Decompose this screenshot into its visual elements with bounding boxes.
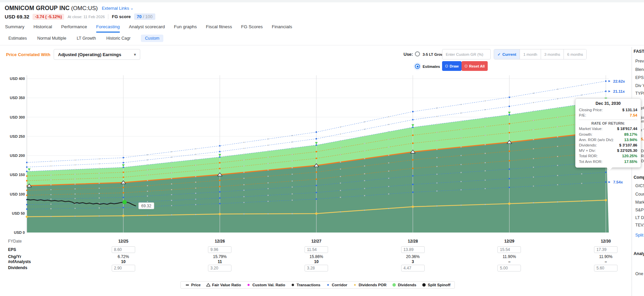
tooltip-row-total-ror: Total ROR:120.25% <box>579 153 637 159</box>
quarter-dot <box>171 151 172 152</box>
sidebar-item-type: TYPE <box>635 91 644 96</box>
multiple-label-21-11x: 21.11x <box>613 89 625 93</box>
tooltip-row-label: Growth: <box>579 132 592 137</box>
quarter-dot <box>557 156 558 157</box>
radio-lt-growth[interactable] <box>415 51 420 56</box>
tooltip-row-label: Total ROR: <box>579 153 598 159</box>
correlation-select[interactable]: Adjusted (Operating) Earnings ▾ <box>54 49 140 60</box>
eps-input-12-25[interactable] <box>112 246 135 253</box>
quarter-dot <box>291 147 292 149</box>
reset-all-button[interactable]: ▢Reset All <box>462 61 488 71</box>
custom-gr-input[interactable] <box>442 49 491 59</box>
year-header-12-28: 12/28 <box>408 239 418 244</box>
quarter-dot <box>195 199 196 200</box>
current-price: USD 69.32 <box>5 14 29 19</box>
quarter-dot <box>340 176 341 177</box>
quarter-dot <box>461 181 462 182</box>
legend-item-dividends[interactable]: Dividends <box>391 283 416 287</box>
quarter-dot <box>147 196 148 197</box>
year-dot <box>605 199 607 201</box>
tab-fiscal-fitness[interactable]: Fiscal fitness <box>206 24 232 33</box>
eps-input-12-26[interactable] <box>208 246 231 253</box>
sidebar-item-split[interactable]: Split <box>635 233 643 238</box>
tab-analyst-scorecard[interactable]: Analyst scorecard <box>129 24 165 33</box>
dividends-input-12-28[interactable] <box>401 265 425 271</box>
dividends-input-12-29[interactable] <box>497 265 521 271</box>
legend-item-corridor[interactable]: Corridor <box>325 283 347 287</box>
sidebar-divider <box>632 47 632 296</box>
year-dot <box>508 123 510 125</box>
external-links-dropdown[interactable]: External Links ⌄ <box>102 6 133 11</box>
eps-input-12-29[interactable] <box>497 246 521 253</box>
legend-item-fair-value-ratio[interactable]: Fair Value Ratio <box>206 283 241 287</box>
year-dot <box>122 192 124 194</box>
tooltip-row-ann-ror-w-o-div: Ann. ROR (w/o Div):13.94% <box>579 137 637 142</box>
forecast-chart[interactable]: USD 400USD 350USD 300USD 250USD 200USD 1… <box>0 74 632 239</box>
legend-item-dividends-por[interactable]: Dividends POR <box>352 283 386 287</box>
tooltip-row-tot-ann-ror: Tot Ann ROR:17.55% <box>579 159 637 164</box>
quarter-dot <box>581 85 582 86</box>
segment-label: 3 months <box>544 52 560 56</box>
legend-label: Dividends <box>398 283 416 287</box>
segment-1-month[interactable]: 1 month <box>520 49 541 59</box>
dividends-input-12-25[interactable] <box>112 265 135 271</box>
quarter-dot <box>244 165 245 166</box>
subtab-custom[interactable]: Custom <box>141 35 163 42</box>
sidebar-item-fast: FAST <box>634 49 644 54</box>
legend-item-custom-val-ratio[interactable]: Custom Val. Ratio <box>246 283 285 287</box>
tab-performance[interactable]: Performance <box>61 24 87 33</box>
legend-item-price[interactable]: Price <box>185 283 201 287</box>
subtab-estimates[interactable]: Estimates <box>8 36 27 41</box>
tab-fg-scores[interactable]: FG Scores <box>241 24 263 33</box>
tooltip-ror-rows: Market Value:$ 18'917.44Growth:89.17%Ann… <box>579 126 637 164</box>
segment-3-months[interactable]: 3 months <box>541 49 564 59</box>
fg-score-max: / 100 <box>142 14 153 19</box>
price-row: USD 69.32 -3.74 ( -5.12%) At close: 11 F… <box>5 13 155 20</box>
legend-item-split-spinoff[interactable]: Split Spinoff <box>421 283 450 287</box>
quarter-dot <box>244 178 245 179</box>
eps-input-12-30[interactable] <box>594 246 618 253</box>
dividend-arrow-marker <box>315 142 318 145</box>
quarter-dot <box>171 214 172 215</box>
tab-forecasting[interactable]: Forecasting <box>96 24 120 33</box>
tab-historical[interactable]: Historical <box>34 24 52 33</box>
quarter-dot <box>364 173 365 174</box>
segment-current[interactable]: ✓Current <box>494 49 520 59</box>
quarter-dot <box>195 187 196 188</box>
eps-input-12-28[interactable] <box>401 246 425 253</box>
quarter-dot <box>485 162 486 163</box>
quarter-dot <box>388 146 389 147</box>
subtab-historic-cagr[interactable]: Historic Cagr <box>106 36 130 41</box>
year-dot <box>122 197 124 198</box>
dividends-input-12-30[interactable] <box>594 265 618 271</box>
eps-input-12-27[interactable] <box>305 246 328 253</box>
subtab-lt-growth[interactable]: LT Growth <box>77 36 96 41</box>
y-axis-label: USD 350 <box>10 96 25 100</box>
quarter-dot <box>50 179 51 180</box>
tab-summary[interactable]: Summary <box>5 24 24 33</box>
draw-button[interactable]: ▢Draw <box>442 61 462 71</box>
quarter-dot <box>485 135 486 136</box>
subtab-normal-multiple[interactable]: Normal Multiple <box>37 36 66 41</box>
square-icon: ▢ <box>445 64 448 68</box>
tab-financials[interactable]: Financials <box>272 24 292 33</box>
year-dot <box>26 204 28 206</box>
legend-item-transactions[interactable]: Transactions <box>290 283 320 287</box>
quarter-dot <box>171 194 172 195</box>
radio-estimates[interactable] <box>415 64 420 69</box>
segment-6-months[interactable]: 6 months <box>564 49 586 59</box>
tab-fun-graphs[interactable]: Fun graphs <box>174 24 197 33</box>
dividends-input-12-26[interactable] <box>208 265 231 271</box>
year-header-12-29: 12/29 <box>504 239 514 244</box>
sidebar-item-lt-de: LT De <box>635 215 644 220</box>
year-dot <box>219 213 221 215</box>
ofanalysts-value-12-25: 10 <box>121 259 125 264</box>
quarter-dot <box>533 167 534 168</box>
chg-yr-value-12-27: 15.86% <box>310 254 323 259</box>
quarter-dot <box>74 160 75 161</box>
quarter-dot <box>244 142 245 143</box>
quarter-dot <box>436 149 437 150</box>
dividends-input-12-27[interactable] <box>305 265 328 271</box>
quarter-dot <box>581 173 582 174</box>
quarter-dot <box>195 176 196 177</box>
